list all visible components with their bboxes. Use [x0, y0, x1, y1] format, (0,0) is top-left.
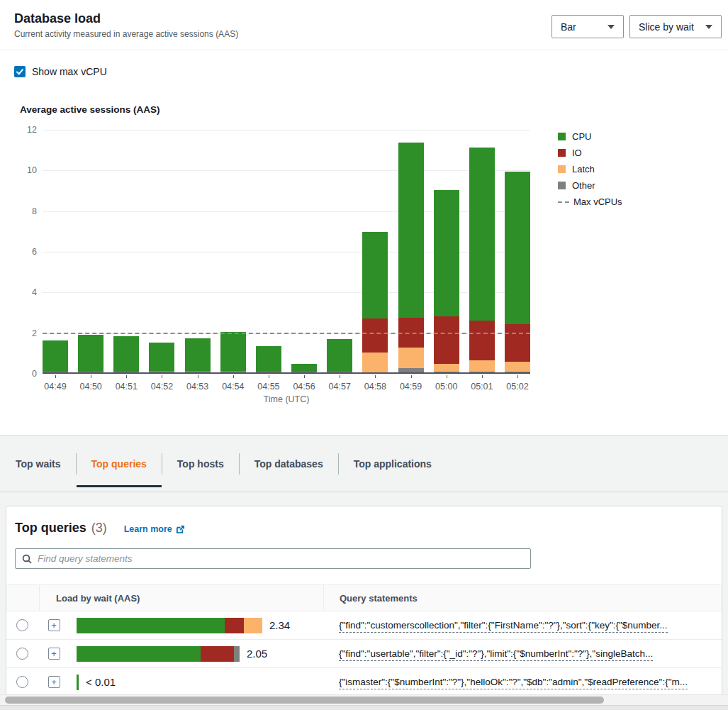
database-load-header: Database load Current activity measured …	[0, 0, 728, 50]
bar-segment-other	[291, 372, 317, 372]
bar-segment-other	[327, 372, 352, 372]
bar-segment-io	[505, 324, 530, 362]
bar-segment-io	[469, 321, 495, 360]
bar-segment-other	[398, 368, 424, 372]
expand-row-button[interactable]: +	[48, 619, 60, 631]
tab-top-queries[interactable]: Top queries	[77, 436, 162, 492]
x-tick-label: 04:51	[111, 382, 142, 392]
load-by-wait-bar	[77, 646, 240, 662]
chart-bar-04:57[interactable]	[327, 339, 352, 372]
bar-segment-latch	[362, 353, 388, 372]
bar-segment-other	[43, 372, 68, 372]
tab-top-databases[interactable]: Top databases	[240, 436, 338, 492]
bar-segment-other	[434, 372, 459, 372]
load-segment-other	[234, 646, 240, 662]
query-statement-link[interactable]: {"find":"usertable","filter":{"_id":"?"}…	[339, 648, 653, 661]
slice-by-dropdown[interactable]: Slice by wait	[629, 15, 722, 38]
chart-legend: CPUIOLatchOtherMax vCPUs	[558, 132, 622, 213]
chart-bar-05:00[interactable]	[434, 190, 459, 372]
chart-bar-04:56[interactable]	[291, 364, 317, 372]
chart-bar-04:54[interactable]	[220, 332, 246, 372]
load-segment-cpu	[77, 675, 79, 690]
y-tick-label: 0	[13, 369, 37, 379]
chart-type-dropdown[interactable]: Bar	[551, 15, 624, 38]
bar-segment-cpu	[469, 148, 495, 321]
x-tick-label: 04:56	[289, 382, 320, 392]
chart-bar-05:02[interactable]	[505, 172, 530, 372]
bar-segment-latch	[398, 348, 424, 368]
row-radio-button[interactable]	[16, 619, 28, 631]
expand-row-button[interactable]: +	[48, 676, 60, 688]
bar-segment-latch	[505, 362, 530, 372]
chart-xaxis-title: Time (UTC)	[193, 394, 380, 404]
load-column-header: Load by wait (AAS)	[39, 585, 323, 611]
chart-bar-04:58[interactable]	[362, 232, 388, 372]
y-tick-label: 10	[13, 165, 37, 175]
bar-segment-io	[434, 316, 459, 364]
legend-swatch-icon	[558, 165, 566, 173]
panel-title: Top queries	[15, 521, 86, 536]
search-icon	[22, 554, 32, 564]
y-tick-label: 4	[13, 287, 37, 297]
query-search-box	[15, 548, 531, 569]
bar-segment-cpu	[505, 172, 530, 324]
query-search-input[interactable]	[38, 553, 524, 564]
queries-table: Load by wait (AAS) Query statements +2.3…	[6, 584, 722, 697]
tab-top-waits[interactable]: Top waits	[16, 436, 76, 492]
chart-bar-04:49[interactable]	[43, 340, 68, 372]
chart-bar-04:51[interactable]	[113, 336, 139, 372]
scrollbar-thumb[interactable]	[5, 697, 604, 704]
tab-top-hosts[interactable]: Top hosts	[162, 436, 239, 492]
bar-segment-other	[185, 371, 211, 372]
bar-segment-cpu	[256, 346, 281, 372]
x-tick	[233, 375, 234, 378]
bar-segment-other	[220, 371, 246, 372]
x-tick	[198, 375, 198, 378]
x-tick	[411, 375, 412, 378]
bar-segment-latch	[434, 364, 459, 372]
load-value: < 0.01	[86, 676, 116, 688]
load-segment-io	[201, 646, 234, 662]
chart-bar-04:50[interactable]	[78, 335, 103, 372]
learn-more-link[interactable]: Learn more	[124, 524, 185, 534]
bar-segment-cpu	[43, 340, 68, 372]
legend-swatch-icon	[558, 133, 566, 140]
x-tick-label: 04:52	[146, 382, 177, 392]
show-max-vcpu-label: Show max vCPU	[32, 66, 107, 77]
row-radio-button[interactable]	[16, 648, 28, 660]
chart-bar-04:53[interactable]	[185, 338, 211, 372]
show-max-vcpu-checkbox[interactable]: Show max vCPU	[14, 66, 107, 77]
row-radio-button[interactable]	[16, 676, 28, 688]
selection-column-header	[6, 585, 39, 611]
legend-label: Latch	[572, 164, 595, 174]
legend-item-max-vcpus: Max vCPUs	[558, 197, 622, 206]
bar-segment-cpu	[149, 343, 174, 371]
tab-bar: Top waitsTop queriesTop hostsTop databas…	[0, 436, 728, 492]
chart-plot	[43, 130, 530, 374]
y-tick-label: 2	[13, 328, 37, 338]
query-statement-link[interactable]: {"ismaster":{"$numberInt":"?"},"helloOk"…	[339, 677, 688, 689]
bar-segment-cpu	[434, 190, 459, 316]
x-tick-label: 04:50	[75, 382, 106, 392]
bar-segment-cpu	[398, 143, 424, 318]
load-segment-cpu	[77, 646, 201, 662]
chart-bar-04:52[interactable]	[149, 343, 174, 372]
query-statement-link[interactable]: {"find":"customerscollection","filter":{…	[339, 620, 668, 633]
chart-bar-05:01[interactable]	[469, 148, 495, 372]
chart-bar-04:55[interactable]	[256, 346, 281, 372]
x-tick-label: 04:55	[253, 382, 284, 392]
slice-by-dropdown-value: Slice by wait	[639, 21, 694, 33]
chart-bar-04:59[interactable]	[398, 143, 424, 372]
x-tick-label: 04:59	[396, 382, 427, 392]
max-vcpus-line	[43, 333, 530, 334]
tab-top-applications[interactable]: Top applications	[339, 436, 447, 492]
horizontal-scrollbar[interactable]	[0, 694, 728, 705]
bar-segment-other	[113, 372, 139, 372]
chart-type-dropdown-value: Bar	[561, 21, 576, 33]
legend-label: CPU	[572, 131, 591, 142]
expand-row-button[interactable]: +	[48, 648, 60, 660]
y-tick-label: 6	[13, 247, 37, 257]
x-tick	[126, 375, 127, 378]
chevron-down-icon	[607, 25, 615, 29]
bar-segment-cpu	[291, 364, 317, 372]
